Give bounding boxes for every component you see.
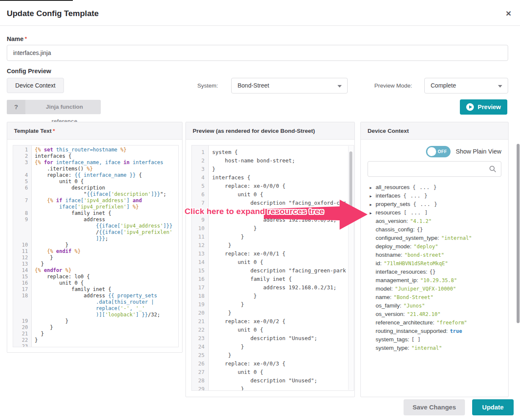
preview-scrollbar[interactable] [348, 146, 353, 390]
code-text: } [32, 255, 53, 261]
code-text: unit 0 { [209, 190, 263, 199]
context-entry: hostname:"bond-street" [361, 250, 506, 259]
chevron-down-icon [498, 85, 502, 88]
preview-code-line: 12 } [192, 241, 349, 250]
preview-code-line: 9 address 192.168.0.6/31; [192, 216, 349, 224]
line-number: 9 [192, 216, 209, 224]
page-scrollbar-thumb[interactable] [517, 144, 520, 323]
context-entry-key: os_version: [376, 311, 405, 317]
template-code-line: 5 unit 0 { [13, 178, 178, 185]
code-text: family inet { [209, 207, 292, 216]
code-text: } [209, 385, 244, 391]
code-text: replace: xe-0/0/3 { [209, 360, 285, 368]
code-text: interfaces { [32, 153, 72, 159]
context-entry: chassis_config:{} [361, 225, 506, 233]
code-text: } [209, 300, 244, 309]
line-number: 9 [13, 217, 32, 223]
template-code-line: 21 } [13, 331, 178, 337]
line-number: 28 [192, 376, 209, 385]
line-number: 22 [192, 326, 209, 334]
code-text: family inet { [32, 286, 111, 293]
help-icon: ? [7, 100, 25, 114]
code-text: {% set this_router=hostname %} [32, 147, 127, 153]
code-text: address [32, 217, 105, 223]
line-number: 13 [13, 261, 32, 267]
line-number: 27 [192, 368, 209, 376]
code-text: )]['loopback'] }}/32; [32, 312, 160, 318]
preview-code-line: 21 replace: xe-0/0/2 { [192, 317, 349, 326]
preview-code-line: 11 } [192, 233, 349, 241]
tree-item-all_resources[interactable]: ▸all_resources{ ... } [361, 183, 506, 191]
template-code-line: 1{% set this_router=hostname %} [13, 147, 178, 153]
preview-code-line: 4interfaces { [192, 173, 349, 182]
line-number: 29 [192, 385, 209, 391]
save-changes-button[interactable]: Save Changes [404, 399, 465, 415]
device-context-tab[interactable]: Device Context [7, 78, 64, 93]
context-entry-key: reference_architecture: [376, 319, 434, 326]
context-entry-value: "freeform" [437, 320, 467, 326]
line-number: 8 [192, 207, 209, 216]
template-code-line: replace('-', '_' [13, 305, 178, 312]
line-number [13, 191, 32, 198]
code-text: replace: lo0 { [32, 274, 90, 280]
show-plain-view-toggle[interactable]: OFF [426, 146, 451, 157]
context-entry-value: "10.29.35.8" [420, 277, 457, 283]
preview-code-line: 28 description "Unused"; [192, 376, 349, 385]
system-select[interactable]: Bond-Street [231, 78, 348, 93]
template-code-line: 10 } [13, 242, 178, 248]
line-number: 3 [13, 159, 32, 166]
preview-code-line: 1system { [192, 148, 349, 156]
preview-code-line: 29 } [192, 385, 349, 391]
line-number [13, 223, 32, 229]
code-text: description "Unused"; [209, 376, 317, 385]
tree-item-label: interfaces [376, 192, 401, 199]
tree-item-label: property_sets [376, 201, 410, 207]
line-number: 16 [192, 275, 209, 283]
context-search-input[interactable] [368, 161, 501, 177]
code-text: .iteritems() %} [32, 166, 93, 172]
preview-mode-label: Preview Mode: [374, 82, 412, 89]
context-entry-value: "21.4R2.10" [407, 311, 440, 317]
code-text: description [32, 185, 105, 191]
template-code-line: .data[this_router | [13, 299, 178, 305]
line-number: 2 [13, 153, 32, 159]
preview-scrollbar-thumb[interactable] [349, 151, 352, 211]
context-entry-key: deploy_mode: [376, 243, 412, 250]
preview-code-line: 5 replace: xe-0/0/0 { [192, 182, 349, 190]
code-text: {% if iface['ipv4_address'] and [32, 198, 142, 204]
context-entry-value: "bond-street" [404, 252, 444, 258]
code-text: replace: xe-0/0/2 { [209, 317, 285, 326]
jinja-function-reference-button[interactable]: ? Jinja function reference [7, 100, 101, 114]
context-entry-value: [ ] [412, 337, 421, 343]
context-entry: reference_architecture:"freeform" [361, 318, 506, 327]
preview-button[interactable]: Preview [460, 99, 507, 115]
line-number: 18 [192, 292, 209, 300]
system-select-value: Bond-Street [238, 82, 269, 89]
close-icon[interactable]: ✕ [506, 9, 512, 18]
template-panel-header: Template Text* [7, 122, 182, 140]
name-input[interactable]: interfaces.jinja [7, 45, 508, 61]
context-entry: management_ip:"10.29.35.8" [361, 276, 506, 284]
context-entry-key: system_type: [376, 345, 409, 351]
preview-code-viewer[interactable]: 1system {2 host-name bond-street;3}4inte… [191, 145, 354, 391]
code-text: description "facing_green-park [209, 266, 346, 275]
line-number: 17 [192, 283, 209, 292]
line-number: 18 [13, 293, 32, 299]
tree-item-property_sets[interactable]: ▸property_sets{ ... } [361, 200, 506, 208]
template-code-line: 11 {% endif %} [13, 248, 178, 255]
line-number: 11 [192, 233, 209, 241]
template-code-line: 23 [13, 343, 178, 347]
code-text: ]}}; [32, 236, 108, 242]
line-number: 1 [192, 148, 209, 156]
code-text: description "Unused"; [209, 334, 317, 343]
code-text: iface['ipv4_prefixlen'] %} [32, 204, 139, 210]
context-entry-value: "internal" [441, 235, 472, 241]
tree-item-resources[interactable]: ▸resources[ ... ] [361, 208, 506, 217]
line-number: 19 [192, 300, 209, 309]
context-entry-key: interface_resources: [376, 269, 427, 275]
template-code-editor[interactable]: 1{% set this_router=hostname %}2interfac… [13, 145, 179, 347]
preview-mode-select[interactable]: Complete [424, 78, 508, 93]
tree-item-interfaces[interactable]: ▸interfaces{ ... } [361, 191, 506, 200]
chevron-down-icon [337, 85, 342, 88]
update-button[interactable]: Update [472, 399, 514, 415]
